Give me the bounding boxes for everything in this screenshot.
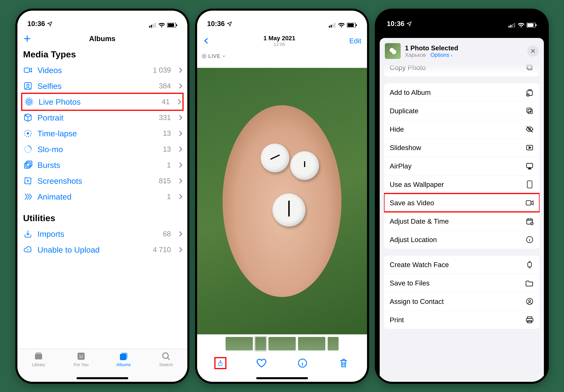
info-button[interactable]	[296, 357, 309, 369]
selected-photo-thumb	[385, 43, 401, 59]
svg-rect-6	[176, 24, 177, 26]
media-row-timelapse[interactable]: Time-lapse 13	[17, 126, 187, 141]
media-row-portrait[interactable]: Portrait 331	[17, 110, 187, 126]
svg-rect-27	[121, 353, 127, 359]
utility-row-imports[interactable]: Imports 68	[17, 226, 187, 242]
thumbnail-strip[interactable]	[197, 334, 367, 353]
thumb-group[interactable]	[298, 337, 325, 350]
share-row-print[interactable]: Print	[384, 310, 540, 329]
hide-icon	[526, 125, 534, 133]
thumb-group[interactable]	[226, 337, 253, 350]
chevron-right-icon	[177, 162, 182, 168]
phone-share-sheet: 10:36 1 Photo Selected Харьков Options ›	[375, 9, 549, 384]
thumb-group[interactable]	[268, 337, 296, 350]
svg-point-25	[82, 355, 83, 356]
media-row-animated[interactable]: Animated 1	[17, 189, 187, 205]
print-icon	[526, 316, 534, 324]
live-icon	[201, 54, 207, 59]
svg-point-64	[529, 300, 531, 302]
share-row-assign-contact[interactable]: Assign to Contact	[384, 292, 540, 310]
section-media-types: Media Types	[17, 48, 187, 62]
favorite-button[interactable]	[255, 357, 268, 369]
svg-rect-21	[35, 354, 42, 360]
svg-rect-41	[508, 26, 510, 28]
photo-date-header: 1 May 2021 12:05	[210, 35, 349, 47]
chevron-right-icon	[177, 131, 182, 136]
cloud-error-icon	[23, 245, 32, 254]
media-row-videos[interactable]: Videos 1 039	[17, 62, 187, 78]
edit-button[interactable]: Edit	[349, 37, 361, 45]
video-icon	[23, 66, 32, 75]
tab-for-you[interactable]: For You	[60, 351, 102, 372]
share-row-wallpaper[interactable]: Use as Wallpaper	[384, 175, 540, 194]
svg-rect-49	[527, 65, 531, 69]
share-sheet-body[interactable]: Copy Photo Add to Album Duplicate Hide S…	[380, 63, 544, 382]
share-options-link[interactable]: Options ›	[430, 52, 452, 58]
wifi-icon	[158, 23, 165, 28]
thumb-single[interactable]	[328, 337, 338, 350]
close-button[interactable]	[527, 45, 539, 57]
share-row-adjust-date[interactable]: Adjust Date & Time	[384, 212, 540, 230]
nav-title: Albums	[36, 34, 169, 43]
share-row-hide[interactable]: Hide	[384, 120, 540, 138]
share-row-slideshow[interactable]: Slideshow	[384, 138, 540, 157]
svg-rect-47	[536, 24, 536, 26]
location-info-icon	[526, 236, 533, 243]
screenshots-icon	[23, 176, 32, 185]
tab-albums[interactable]: Albums	[102, 351, 145, 372]
share-button[interactable]	[214, 357, 226, 369]
media-row-selfies[interactable]: Selfies 384	[17, 78, 187, 94]
utilities-list: Imports 68 Unable to Upload 4 710	[17, 226, 187, 258]
location-arrow-icon	[407, 21, 412, 27]
share-row-adjust-location[interactable]: Adjust Location	[384, 230, 540, 249]
tab-library[interactable]: Library	[17, 351, 60, 372]
thumb-active[interactable]	[255, 337, 266, 350]
share-row-add-to-album[interactable]: Add to Album	[384, 83, 540, 101]
airplay-icon	[526, 162, 534, 170]
home-indicator[interactable]	[256, 377, 308, 379]
share-row-save-as-video[interactable]: Save as Video	[384, 194, 540, 212]
svg-rect-0	[149, 26, 150, 28]
svg-point-37	[202, 55, 206, 58]
library-icon	[34, 351, 43, 361]
contact-icon	[526, 298, 533, 305]
svg-rect-62	[528, 262, 532, 267]
svg-rect-57	[527, 181, 532, 188]
media-row-slomo[interactable]: Slo-mo 13	[17, 141, 187, 157]
bursts-icon	[23, 161, 32, 169]
svg-point-11	[26, 99, 31, 104]
svg-rect-23	[77, 353, 85, 360]
phone-photo-detail: 10:36 1 May 2021 12:05 Edit LIVE	[195, 9, 369, 384]
folder-icon	[526, 280, 534, 287]
share-row-airplay[interactable]: AirPlay	[384, 157, 540, 175]
close-icon	[530, 48, 536, 54]
info-icon	[298, 358, 307, 368]
media-types-list: Videos 1 039 Selfies 384 Live Photos 41 …	[17, 62, 187, 205]
utility-row-unable-upload[interactable]: Unable to Upload 4 710	[17, 242, 187, 258]
svg-rect-35	[356, 24, 357, 26]
svg-rect-7	[24, 68, 29, 72]
status-bar: 10:36	[377, 11, 547, 29]
copy-icon	[526, 64, 533, 71]
media-row-live-photos[interactable]: Live Photos 41	[21, 93, 183, 111]
home-indicator[interactable]	[76, 377, 128, 379]
tab-search[interactable]: Search	[145, 351, 187, 372]
share-row-watch-face[interactable]: Create Watch Face	[384, 256, 540, 274]
chevron-right-icon	[177, 115, 182, 120]
share-row-save-files[interactable]: Save to Files	[384, 274, 540, 292]
photo-viewer[interactable]	[197, 68, 367, 334]
media-row-screenshots[interactable]: Screenshots 815	[17, 173, 187, 189]
back-button[interactable]	[203, 37, 210, 45]
delete-button[interactable]	[338, 357, 350, 369]
share-row-duplicate[interactable]: Duplicate	[384, 101, 540, 120]
location-arrow-icon	[47, 21, 53, 27]
trash-icon	[339, 358, 348, 368]
live-badge[interactable]: LIVE	[197, 52, 367, 68]
svg-rect-5	[168, 23, 174, 27]
imports-icon	[23, 229, 32, 238]
add-icon[interactable]	[23, 35, 31, 43]
portrait-icon	[23, 113, 32, 122]
share-row-copy-photo[interactable]: Copy Photo	[384, 63, 540, 76]
media-row-bursts[interactable]: Bursts 1	[17, 157, 187, 173]
share-sheet-header: 1 Photo Selected Харьков Options ›	[380, 38, 544, 63]
